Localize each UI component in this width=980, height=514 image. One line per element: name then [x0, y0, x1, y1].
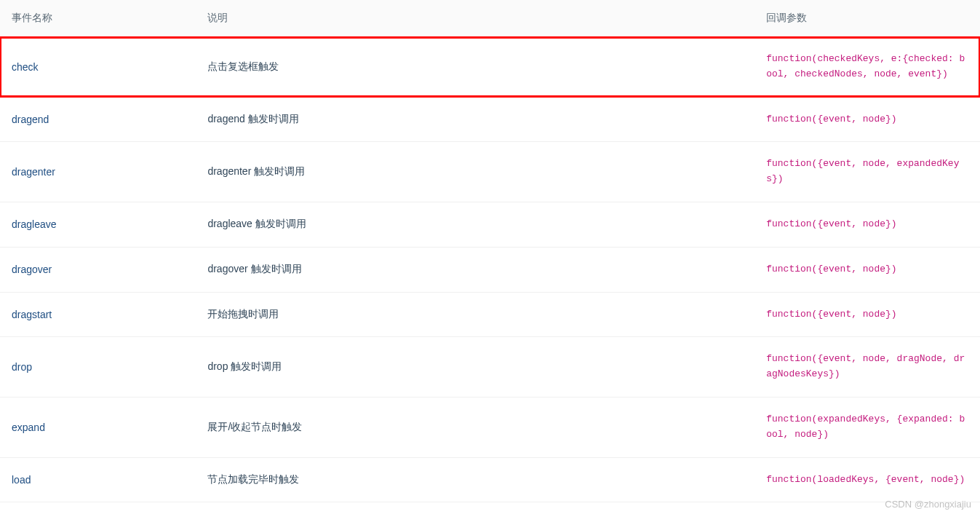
- events-table: 事件名称 说明 回调参数 check点击复选框触发function(checke…: [0, 0, 980, 514]
- event-description: drop 触发时调用: [207, 360, 282, 372]
- callback-signature: function({event, node}): [766, 114, 896, 124]
- event-name: dragend: [12, 114, 49, 125]
- event-description: 开始拖拽时调用: [207, 308, 279, 320]
- event-description: dragenter 触发时调用: [207, 165, 305, 177]
- event-description: 点击复选框触发: [207, 60, 279, 72]
- callback-signature: function({event, node}): [766, 218, 896, 229]
- callback-signature: function(loadedKeys, {event, node}): [766, 474, 965, 485]
- callback-signature: function(checkedKeys, e:{checked: bool, …: [766, 53, 965, 79]
- event-description: dragleave 触发时调用: [207, 218, 306, 229]
- event-name: drop: [12, 361, 32, 373]
- table-row: dragenddragend 触发时调用function({event, nod…: [0, 97, 980, 142]
- event-description: 展开/收起节点时触发: [207, 421, 302, 432]
- callback-signature: function({event, node}): [766, 264, 896, 274]
- table-row: load节点加载完毕时触发function(loadedKeys, {event…: [0, 457, 980, 502]
- table-row: dragleavedragleave 触发时调用function({event,…: [0, 202, 980, 247]
- event-name: dragleave: [12, 218, 57, 230]
- event-name: check: [12, 61, 39, 73]
- table-row: dragenterdragenter 触发时调用function({event,…: [0, 142, 980, 202]
- callback-signature: function(expandedKeys, {expanded: bool, …: [766, 414, 965, 440]
- event-description: dragover 触发时调用: [207, 263, 301, 274]
- table-row: dropdrop 触发时调用function({event, node, dra…: [0, 337, 980, 398]
- callback-signature: function({event, node}): [766, 309, 896, 320]
- table-row: check点击复选框触发function(checkedKeys, e:{che…: [0, 37, 980, 98]
- event-name: dragover: [12, 264, 52, 275]
- event-name: expand: [12, 422, 45, 433]
- event-name: dragstart: [12, 309, 52, 320]
- event-description: dragend 触发时调用: [207, 113, 298, 124]
- table-row: dragoverdragover 触发时调用function({event, n…: [0, 247, 980, 292]
- header-callback: 回调参数: [754, 0, 980, 37]
- callback-signature: function({event, node, dragNode, dragNod…: [766, 353, 965, 379]
- header-description: 说明: [196, 0, 754, 37]
- callback-signature: function({event, node, expandedKeys}): [766, 158, 959, 184]
- event-description: 节点加载完毕时触发: [207, 473, 299, 485]
- table-row: expand展开/收起节点时触发function(expandedKeys, {…: [0, 397, 980, 457]
- header-event-name: 事件名称: [0, 0, 196, 37]
- table-header-row: 事件名称 说明 回调参数: [0, 0, 980, 37]
- table-row: rightClick响应右键点击function({event, node}): [0, 502, 980, 514]
- table-row: dragstart开始拖拽时调用function({event, node}): [0, 292, 980, 337]
- event-name: load: [12, 474, 31, 486]
- event-name: dragenter: [12, 166, 55, 178]
